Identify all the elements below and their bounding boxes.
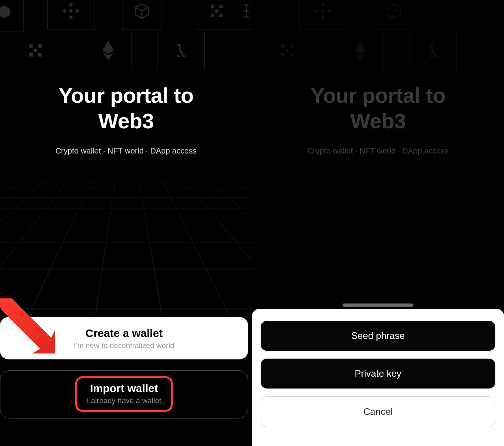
- svg-marker-18: [0, 298, 55, 353]
- svg-rect-4: [75, 9, 79, 13]
- cube-icon: [133, 2, 150, 20]
- import-options-sheet: Seed phrase Private key Cancel: [252, 309, 504, 446]
- grid-cell: [85, 31, 132, 70]
- svg-rect-7: [219, 5, 222, 8]
- svg-marker-16: [103, 41, 114, 54]
- grid-cell: [122, 0, 161, 30]
- create-wallet-subtitle: I'm new to decentralized world: [74, 341, 174, 350]
- grid-cell: [197, 0, 236, 30]
- onboarding-screen-left: Your portal to Web3 Crypto wallet · NFT …: [0, 0, 252, 446]
- binance-icon: [61, 2, 80, 20]
- annotation-highlight-box: Import wallet I already have a wallet: [75, 376, 172, 412]
- svg-rect-12: [38, 44, 42, 48]
- seed-phrase-button[interactable]: Seed phrase: [261, 321, 495, 351]
- import-wallet-button[interactable]: Import wallet I already have a wallet: [0, 370, 248, 418]
- svg-rect-14: [29, 53, 33, 57]
- pixel-icon: [209, 3, 224, 19]
- svg-rect-3: [62, 9, 67, 13]
- grid-cell: [235, 0, 252, 30]
- sheet-drag-handle[interactable]: [343, 304, 413, 307]
- svg-rect-1: [69, 2, 73, 7]
- cancel-button[interactable]: Cancel: [261, 396, 495, 427]
- link-icon: [239, 3, 252, 19]
- hero-section: Your portal to Web3 Crypto wallet · NFT …: [0, 83, 252, 155]
- svg-rect-11: [29, 44, 33, 48]
- hero-title-line1: Your portal to: [59, 83, 194, 107]
- ethereum-icon: [102, 40, 115, 61]
- grid-cell: [12, 31, 59, 70]
- grid-cell: [47, 0, 94, 30]
- grid-cell: [0, 0, 24, 31]
- private-key-button[interactable]: Private key: [261, 359, 495, 389]
- svg-rect-2: [69, 15, 73, 19]
- annotation-arrow-icon: [0, 298, 59, 353]
- hexagon-icon: [0, 4, 12, 20]
- grid-cell: [158, 31, 205, 70]
- svg-marker-0: [0, 5, 10, 18]
- svg-rect-10: [219, 13, 222, 17]
- import-wallet-subtitle: I already have a wallet: [87, 396, 161, 405]
- svg-rect-5: [69, 9, 73, 13]
- import-wallet-title: Import wallet: [90, 382, 158, 395]
- connector-icon: [172, 42, 190, 59]
- background-icon-grid: [0, 0, 252, 79]
- svg-rect-9: [211, 13, 214, 17]
- svg-rect-8: [215, 9, 218, 12]
- svg-rect-13: [34, 49, 37, 52]
- svg-rect-15: [38, 53, 42, 57]
- create-wallet-title: Create a wallet: [85, 327, 163, 340]
- pixel-icon: [27, 42, 44, 59]
- hero-title: Your portal to Web3: [0, 83, 252, 134]
- hero-subtitle: Crypto wallet · NFT world · DApp access: [0, 146, 252, 155]
- hero-title-line2: Web3: [98, 109, 154, 133]
- svg-rect-6: [211, 5, 214, 8]
- onboarding-screen-right: Your portal to Web3 Crypto wallet · NFT …: [252, 0, 504, 446]
